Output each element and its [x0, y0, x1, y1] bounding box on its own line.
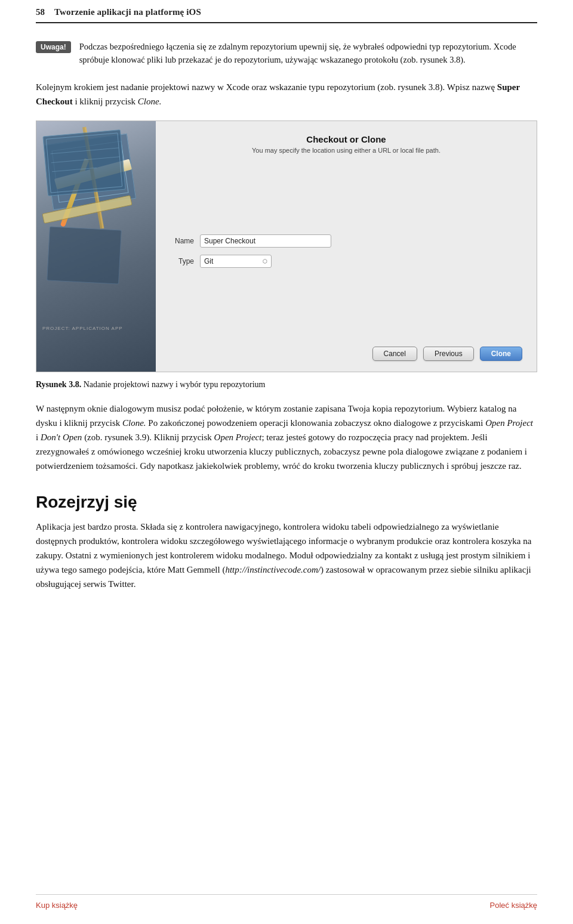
page-footer: Kup książkę Poleć książkę — [36, 894, 537, 910]
page-header: 58 Tworzenie aplikacji na platformę iOS — [36, 0, 537, 23]
uwaga-box: Uwaga! Podczas bezpośredniego łączenia s… — [36, 40, 537, 67]
type-select[interactable]: Git ⬡ — [200, 255, 272, 268]
figure-caption: Rysunek 3.8. Nadanie projektowi nazwy i … — [36, 378, 537, 391]
dialog-button-row: Cancel Previous Clone — [170, 347, 522, 361]
footer-link-right[interactable]: Poleć książkę — [490, 901, 537, 910]
mac-left-panel: PROJECT: APPLICATION APP — [36, 121, 156, 372]
paragraph-2: W następnym oknie dialogowym musisz poda… — [36, 401, 537, 473]
paragraph-3: Aplikacja jest bardzo prosta. Składa się… — [36, 520, 537, 591]
mac-right-panel: Checkout or Clone You may specify the lo… — [156, 121, 537, 372]
left-panel-svg: PROJECT: APPLICATION APP — [36, 121, 156, 348]
footer-link-left[interactable]: Kup książkę — [36, 901, 78, 910]
type-value: Git — [204, 257, 213, 265]
dialog-subtitle: You may specify the location using eithe… — [170, 147, 522, 154]
screenshot-container: PROJECT: APPLICATION APP Checkout or Clo… — [36, 120, 537, 372]
mac-form-area: Name Super Checkout Type Git ⬡ — [170, 168, 522, 329]
mac-dialog-inner: PROJECT: APPLICATION APP Checkout or Clo… — [36, 121, 537, 372]
clone-button[interactable]: Clone — [480, 347, 522, 361]
svg-rect-8 — [47, 227, 122, 284]
name-label: Name — [170, 237, 194, 245]
dialog-title: Checkout or Clone — [170, 134, 522, 144]
paragraph-1: Kolejnym krokiem jest nadanie projektowi… — [36, 80, 537, 109]
section-heading: Rozejrzyj się — [36, 492, 537, 512]
caption-prefix: Rysunek 3.8. — [36, 380, 81, 389]
page-number: 58 — [36, 7, 45, 17]
mac-left-decoration: PROJECT: APPLICATION APP — [36, 121, 156, 372]
uwaga-text: Podczas bezpośredniego łączenia się ze z… — [79, 40, 537, 67]
uwaga-label: Uwaga! — [36, 41, 71, 53]
mac-dialog: PROJECT: APPLICATION APP Checkout or Clo… — [36, 121, 537, 372]
type-label: Type — [170, 257, 194, 265]
name-input[interactable]: Super Checkout — [200, 234, 331, 248]
page-title: Tworzenie aplikacji na platformę iOS — [54, 7, 201, 17]
form-row-type: Type Git ⬡ — [170, 255, 522, 268]
svg-rect-2 — [43, 129, 125, 196]
caption-text: Nadanie projektowi nazwy i wybór typu re… — [81, 380, 265, 389]
select-arrow-icon: ⬡ — [263, 258, 267, 264]
svg-text:PROJECT: APPLICATION APP: PROJECT: APPLICATION APP — [42, 326, 123, 331]
previous-button[interactable]: Previous — [423, 347, 474, 361]
form-row-name: Name Super Checkout — [170, 234, 522, 248]
svg-rect-7 — [42, 196, 132, 224]
cancel-button[interactable]: Cancel — [372, 347, 417, 361]
